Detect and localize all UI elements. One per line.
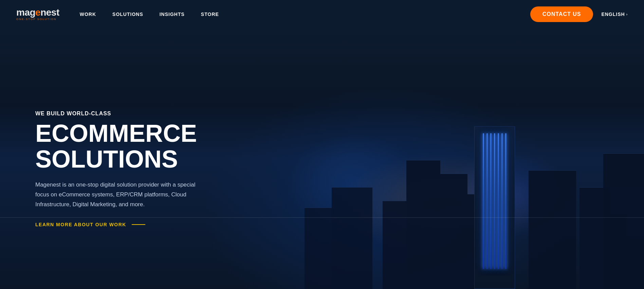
language-label: ENGLISH <box>601 12 625 17</box>
building-5 <box>529 170 576 289</box>
logo-sub: ONE-STOP SOLUTION <box>16 18 59 21</box>
nav-link-insights[interactable]: INSIGHTS <box>160 12 185 17</box>
tower-line-3 <box>491 133 492 269</box>
logo[interactable]: magenest ONE-STOP SOLUTION <box>16 8 59 21</box>
hero-description: Magenest is an one-stop digital solution… <box>35 180 198 210</box>
nav-item-store[interactable]: STORE <box>201 11 219 17</box>
logo-text-nest: nest <box>40 7 59 18</box>
language-selector[interactable]: ENGLISH › <box>601 12 628 17</box>
tower-line-4 <box>494 133 495 269</box>
nav-links: WORK SOLUTIONS INSIGHTS STORE <box>80 11 219 17</box>
building-10 <box>603 153 644 289</box>
logo-e: e <box>35 7 40 18</box>
nav-right: CONTACT US ENGLISH › <box>530 6 628 22</box>
navigation: magenest ONE-STOP SOLUTION WORK SOLUTION… <box>0 0 644 28</box>
cta-line <box>132 224 145 225</box>
nav-item-insights[interactable]: INSIGHTS <box>160 11 185 17</box>
nav-link-solutions[interactable]: SOLUTIONS <box>112 12 143 17</box>
building-1 <box>440 174 467 289</box>
building-9 <box>305 208 332 289</box>
building-3 <box>406 160 440 289</box>
nav-link-work[interactable]: WORK <box>80 12 96 17</box>
nav-item-solutions[interactable]: SOLUTIONS <box>112 11 143 17</box>
tower-lines <box>483 133 507 269</box>
chevron-right-icon: › <box>626 13 628 16</box>
tower-line-2 <box>487 133 488 269</box>
cta-label[interactable]: LEARN MORE ABOUT OUR WORK <box>35 222 126 227</box>
nav-link-store[interactable]: STORE <box>201 12 219 17</box>
hero-subtitle: WE BUILD WORLD-CLASS <box>35 111 238 117</box>
hero-title: ECOMMERCE SOLUTIONS <box>35 121 238 172</box>
contact-us-button[interactable]: CONTACT US <box>530 6 593 22</box>
hero-cta[interactable]: LEARN MORE ABOUT OUR WORK <box>35 222 238 227</box>
tower-line-1 <box>483 133 484 269</box>
hero-content: WE BUILD WORLD-CLASS ECOMMERCE SOLUTIONS… <box>0 111 238 227</box>
logo-text-mag: mag <box>16 7 35 18</box>
tower-line-6 <box>502 133 503 269</box>
city-skyline <box>237 92 644 289</box>
tower-line-5 <box>498 133 499 269</box>
nav-item-work[interactable]: WORK <box>80 11 96 17</box>
building-4 <box>383 201 406 289</box>
main-tower <box>474 126 515 289</box>
tower-line-7 <box>505 133 507 269</box>
building-8 <box>332 187 372 289</box>
hero-section: WE BUILD WORLD-CLASS ECOMMERCE SOLUTIONS… <box>0 28 644 289</box>
